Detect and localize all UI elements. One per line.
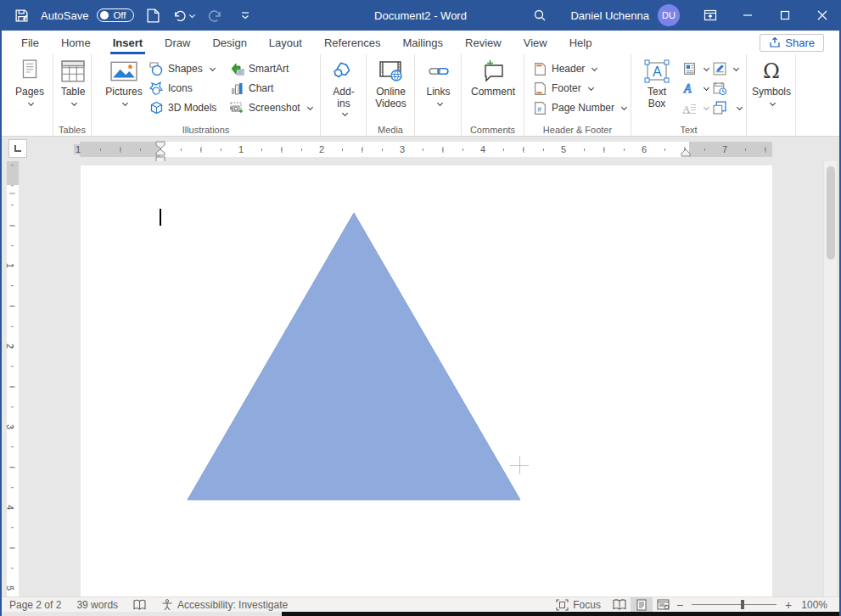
footer-label: Footer bbox=[552, 82, 581, 94]
save-button[interactable] bbox=[10, 4, 32, 26]
object-button[interactable] bbox=[712, 98, 743, 117]
tab-design[interactable]: Design bbox=[201, 31, 257, 54]
focus-label: Focus bbox=[573, 599, 601, 611]
page-indicator-label: Page 2 of 2 bbox=[9, 599, 61, 611]
autosave-label: AutoSave bbox=[41, 9, 88, 22]
search-button[interactable] bbox=[521, 0, 558, 31]
minimize-button[interactable] bbox=[729, 0, 766, 31]
accessibility-status[interactable]: Accessibility: Investigate bbox=[154, 597, 295, 612]
vruler-half-ticks bbox=[9, 161, 15, 596]
tab-layout[interactable]: Layout bbox=[258, 31, 313, 54]
autosave-toggle[interactable]: Off bbox=[97, 8, 133, 22]
tab-home[interactable]: Home bbox=[50, 31, 102, 54]
tab-file[interactable]: File bbox=[10, 31, 50, 54]
pictures-label: Pictures bbox=[105, 86, 142, 98]
zoom-in-button[interactable]: + bbox=[783, 598, 793, 612]
comment-button[interactable]: Comment bbox=[468, 57, 519, 98]
undo-icon bbox=[173, 8, 187, 22]
triangle-shape[interactable] bbox=[81, 165, 772, 596]
links-button[interactable]: Links bbox=[423, 57, 454, 107]
wordart-button[interactable]: A bbox=[682, 79, 709, 98]
zoom-level[interactable]: 100% bbox=[793, 597, 839, 612]
online-videos-button[interactable]: Online Videos bbox=[371, 57, 411, 109]
header-button[interactable]: Header bbox=[533, 59, 597, 78]
page-indicator[interactable]: Page 2 of 2 bbox=[2, 597, 69, 612]
zoom-slider-thumb[interactable] bbox=[741, 600, 744, 609]
smartart-button[interactable]: SmartArt bbox=[230, 59, 289, 78]
zoom-slider[interactable] bbox=[692, 604, 777, 605]
ruler-number: 3 bbox=[398, 144, 406, 154]
tab-draw[interactable]: Draw bbox=[154, 31, 201, 54]
svg-text:#: # bbox=[537, 104, 541, 113]
table-button[interactable]: Table bbox=[56, 57, 90, 107]
account-area[interactable]: Daniel Uchenna DU bbox=[558, 4, 692, 26]
close-button[interactable] bbox=[804, 0, 841, 31]
new-document-button[interactable] bbox=[143, 4, 165, 26]
pages-icon bbox=[20, 57, 39, 86]
quick-access-toolbar: AutoSave Off bbox=[0, 4, 256, 26]
undo-button[interactable] bbox=[173, 4, 195, 26]
illustrations-group-label: Illustrations bbox=[92, 125, 320, 135]
tab-references[interactable]: References bbox=[313, 31, 391, 54]
scrollbar-thumb[interactable] bbox=[827, 166, 835, 260]
horizontal-ruler[interactable]: 1 1 2 3 4 5 6 7 bbox=[76, 142, 772, 157]
footer-button[interactable]: Footer bbox=[533, 79, 594, 98]
icons-button[interactable]: Icons bbox=[149, 79, 193, 98]
symbols-button[interactable]: Ω Symbols bbox=[750, 57, 793, 107]
avatar[interactable]: DU bbox=[658, 4, 680, 26]
screenshot-button[interactable]: Screenshot bbox=[230, 98, 313, 117]
pages-label: Pages bbox=[15, 86, 44, 98]
vertical-scrollbar[interactable] bbox=[823, 161, 837, 596]
tab-mailings[interactable]: Mailings bbox=[391, 31, 454, 54]
ribbon-display-options-button[interactable] bbox=[692, 0, 729, 31]
date-time-button[interactable] bbox=[712, 79, 726, 98]
hf-group-label: Header & Footer bbox=[524, 125, 631, 135]
read-mode-button[interactable] bbox=[608, 597, 631, 613]
group-tables: Table Tables bbox=[53, 54, 92, 136]
share-button[interactable]: Share bbox=[760, 34, 824, 52]
word-count[interactable]: 39 words bbox=[69, 597, 126, 612]
ribbon-tab-row: File Home Insert Draw Design Layout Refe… bbox=[2, 31, 839, 54]
accessibility-label: Accessibility: Investigate bbox=[177, 599, 288, 611]
3d-models-label: 3D Models bbox=[168, 102, 216, 114]
tab-stop-selector[interactable] bbox=[8, 139, 27, 158]
chart-button[interactable]: Chart bbox=[230, 79, 273, 98]
ruler-number: 6 bbox=[640, 144, 648, 154]
page-number-button[interactable]: # Page Number bbox=[533, 98, 627, 117]
tab-insert[interactable]: Insert bbox=[102, 31, 154, 54]
print-layout-button[interactable] bbox=[631, 597, 653, 613]
group-header-footer: Header Footer # bbox=[524, 54, 631, 136]
pages-button[interactable]: Pages bbox=[11, 57, 48, 107]
shapes-button[interactable]: Shapes bbox=[149, 59, 216, 78]
addins-button[interactable]: Add-ins bbox=[329, 57, 358, 117]
right-indent-marker[interactable] bbox=[681, 148, 691, 157]
object-icon bbox=[712, 101, 726, 115]
table-dropdown-icon bbox=[71, 100, 77, 106]
wordart-icon: A bbox=[682, 81, 697, 96]
proofing-status[interactable] bbox=[126, 597, 154, 612]
user-name: Daniel Uchenna bbox=[570, 9, 649, 22]
3d-models-button[interactable]: 3D Models bbox=[149, 98, 236, 117]
customize-qat-button[interactable] bbox=[234, 4, 256, 26]
zoom-level-label: 100% bbox=[801, 599, 827, 611]
tab-review[interactable]: Review bbox=[454, 31, 513, 54]
maximize-button[interactable] bbox=[766, 0, 804, 31]
vertical-ruler[interactable]: 1 2 3 4 5 bbox=[7, 161, 19, 596]
share-label: Share bbox=[785, 36, 815, 49]
quick-parts-button[interactable] bbox=[682, 59, 709, 78]
smartart-icon bbox=[230, 62, 244, 76]
text-box-button[interactable]: A Text Box bbox=[638, 57, 676, 109]
tab-stop-icon bbox=[14, 145, 21, 152]
triangle-polygon[interactable] bbox=[188, 213, 520, 500]
tab-help[interactable]: Help bbox=[558, 31, 603, 54]
minimize-icon bbox=[743, 10, 753, 20]
signature-line-button[interactable] bbox=[712, 59, 739, 78]
tab-view[interactable]: View bbox=[513, 31, 558, 54]
document-page[interactable] bbox=[81, 165, 772, 596]
taskbar-sliver bbox=[282, 612, 839, 616]
zoom-out-button[interactable]: − bbox=[675, 598, 685, 612]
pictures-button[interactable]: Pictures bbox=[104, 57, 144, 107]
title-bar: AutoSave Off bbox=[0, 0, 841, 31]
web-layout-button[interactable] bbox=[653, 597, 675, 613]
focus-button[interactable]: Focus bbox=[548, 597, 608, 612]
